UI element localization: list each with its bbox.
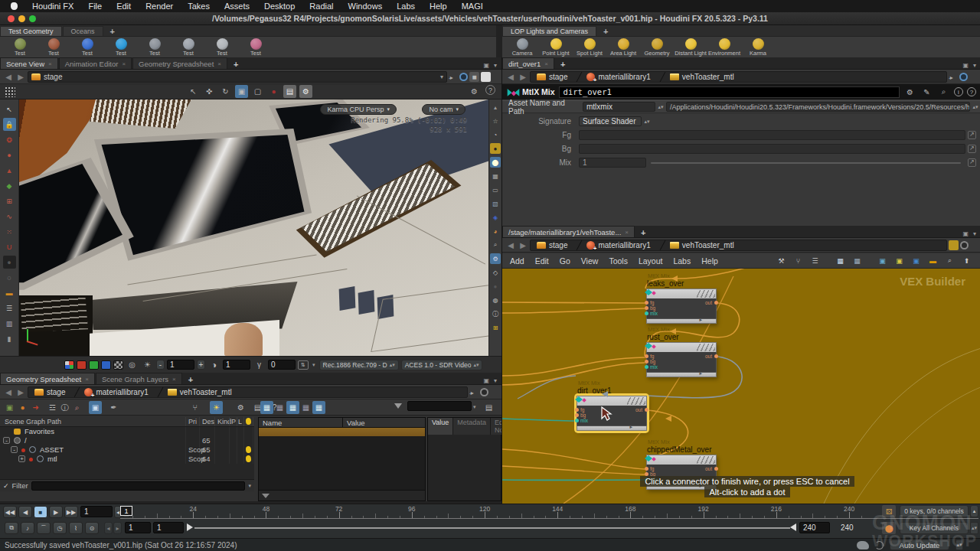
- asset-name-spinner[interactable]: ▴▾: [655, 105, 666, 109]
- menu-item-assets[interactable]: Assets: [224, 2, 250, 11]
- link-circle-icon[interactable]: [459, 73, 468, 81]
- stop-button[interactable]: ■: [34, 506, 47, 518]
- pin-icon[interactable]: [469, 388, 479, 396]
- pane-tab-geometry-spreadsheet[interactable]: Geometry Spreadsheet×: [0, 373, 95, 384]
- auto-update-spinner[interactable]: ▴▾: [956, 540, 963, 550]
- gamma-icon[interactable]: γ: [253, 358, 266, 371]
- node-name-field[interactable]: dirt_over1: [559, 86, 900, 98]
- mix-input[interactable]: 1: [579, 158, 646, 168]
- net-find-icon[interactable]: ⌕: [943, 254, 956, 267]
- paint-icon[interactable]: ◕: [490, 226, 501, 236]
- input-dot-fg[interactable]: [575, 408, 579, 412]
- filter-input[interactable]: [31, 481, 246, 491]
- snap-point-icon[interactable]: ⁙: [3, 225, 16, 238]
- arc-icon[interactable]: ⌒: [37, 522, 51, 534]
- shelf-tab-test-geometry[interactable]: Test Geometry: [0, 26, 62, 36]
- view-sphere-icon[interactable]: ●: [3, 256, 16, 269]
- snap-grid-icon[interactable]: ⊞: [3, 194, 16, 207]
- network-snapshot-icon[interactable]: [949, 240, 959, 250]
- filter-dropdown-icon[interactable]: ▾: [473, 404, 476, 410]
- flame-icon[interactable]: [246, 455, 252, 463]
- network-canvas[interactable]: VEX Builder MtlX Mixleaks_overfgbgmixout…: [502, 269, 980, 504]
- breadcrumb-materiallibrary1[interactable]: materiallibrary1: [81, 388, 151, 396]
- minimize-window-button[interactable]: [18, 15, 25, 22]
- breadcrumb-vehToaster_mtl[interactable]: vehToaster_mtl: [165, 388, 235, 396]
- brain-icon[interactable]: [857, 541, 869, 549]
- asset-path-field[interactable]: /Applications/Houdini/Houdini20.5.323/Fr…: [666, 102, 970, 112]
- shelf-add-tab-button[interactable]: +: [104, 27, 121, 36]
- pane-tab--stage-materiallibrary1-vehtoaste-[interactable]: /stage/materiallibrary1/vehToaste...×: [502, 226, 635, 237]
- brightness-field[interactable]: 1: [167, 360, 194, 370]
- mix-slider[interactable]: [651, 162, 961, 164]
- ocio-display-dropdown[interactable]: Rec.1886 Rec.709 - D▴▾: [319, 360, 399, 370]
- range-start-field[interactable]: 1: [125, 522, 151, 533]
- net-menu-tools[interactable]: Tools: [609, 256, 628, 266]
- vp-render-gear-icon[interactable]: ⚙: [299, 85, 312, 98]
- gear2-icon[interactable]: ⚙: [490, 253, 501, 264]
- param-gear-icon[interactable]: ⚙: [903, 86, 916, 99]
- param-info-icon[interactable]: i: [954, 87, 963, 96]
- pin-icon[interactable]: [949, 73, 958, 80]
- key-all-icon[interactable]: ⬤: [882, 522, 896, 534]
- tree-row-mtl[interactable]: +mtlScop64: [0, 455, 254, 464]
- geo-sun-icon[interactable]: ☀: [210, 401, 223, 414]
- net-note-icon[interactable]: ▣: [893, 254, 906, 267]
- keys-expand-button[interactable]: ▴: [970, 505, 978, 517]
- vp-white-cam-icon[interactable]: ▤: [283, 85, 296, 98]
- net-menu-help[interactable]: Help: [701, 256, 718, 266]
- grid-yellow-icon[interactable]: ⊞: [490, 322, 501, 333]
- back-icon[interactable]: ◀: [505, 73, 516, 81]
- playback-start-field[interactable]: 1: [153, 522, 184, 533]
- apple-menu-icon[interactable]: [11, 2, 18, 10]
- brightness-plus-button[interactable]: +: [197, 360, 205, 370]
- input-dot-fg[interactable]: [645, 301, 648, 305]
- forward-icon[interactable]: ▶: [15, 73, 26, 81]
- toast-icon[interactable]: ▬: [3, 286, 16, 299]
- net-list-icon[interactable]: ☰: [808, 254, 822, 267]
- param-brush-icon[interactable]: ✎: [920, 86, 933, 99]
- display-rgba-icon[interactable]: [64, 360, 74, 370]
- window-titlebar[interactable]: /Volumes/Pegasus32 R4/Projects/gnomonSol…: [0, 12, 980, 25]
- collapse-icon[interactable]: -: [11, 446, 18, 453]
- expand-icon[interactable]: ▴: [490, 102, 501, 112]
- net-grid1-icon[interactable]: ▦: [834, 254, 847, 267]
- select-arrow-icon[interactable]: ↖: [3, 103, 16, 116]
- add-pane-tab-button[interactable]: +: [635, 228, 651, 237]
- output-dot[interactable]: [645, 408, 648, 412]
- net-imgplus-icon[interactable]: ▣: [910, 254, 923, 267]
- tree-row-ASSET[interactable]: -ASSETScop65: [0, 445, 254, 455]
- net-img-icon[interactable]: ▣: [876, 254, 889, 267]
- view-ring-icon[interactable]: ◌: [3, 271, 16, 284]
- axis-icon[interactable]: ◆: [3, 179, 16, 192]
- column-value[interactable]: Value: [343, 418, 369, 427]
- input-dot-bg[interactable]: [645, 306, 648, 310]
- range-end-field[interactable]: 240: [799, 522, 830, 533]
- key-all-spinner[interactable]: ▴▾: [970, 522, 978, 534]
- menu-item-houdini-fx[interactable]: Houdini FX: [32, 2, 74, 11]
- back-icon[interactable]: ◀: [3, 73, 14, 81]
- collapse-icon[interactable]: -: [3, 437, 10, 444]
- column-name[interactable]: Name: [259, 418, 343, 427]
- pose-icon[interactable]: ●: [3, 148, 16, 161]
- keys-icon[interactable]: ⚄: [882, 505, 896, 517]
- clock-icon[interactable]: ◷: [53, 522, 67, 534]
- breadcrumb-materiallibrary1[interactable]: materiallibrary1: [583, 73, 653, 81]
- pane-maximize-icon[interactable]: ▣: [962, 230, 969, 237]
- net-wrench-icon[interactable]: ⚒: [775, 254, 788, 267]
- gamma-field[interactable]: 0: [268, 360, 296, 370]
- output-dot[interactable]: [714, 354, 718, 358]
- net-box-icon[interactable]: ▬: [926, 254, 939, 267]
- filter-dropdown-icon[interactable]: ▾: [248, 483, 251, 489]
- grid-menu-icon[interactable]: [5, 86, 15, 97]
- scene-path-field[interactable]: stage ▾: [28, 71, 447, 83]
- net-tree-icon[interactable]: ⑂: [792, 254, 805, 267]
- camera-pill[interactable]: No cam▾: [422, 104, 466, 115]
- range-slider-right-handle[interactable]: [790, 523, 796, 531]
- net-up-icon[interactable]: ⬆: [960, 254, 973, 267]
- breadcrumb-vehToaster_mtl[interactable]: vehToaster_mtl: [667, 73, 737, 81]
- input-dot-fg[interactable]: [645, 354, 648, 358]
- display-blue-icon[interactable]: [101, 360, 111, 370]
- display-brightness-icon[interactable]: ☀: [141, 358, 154, 371]
- notes-icon[interactable]: ☰: [3, 302, 16, 315]
- pane-tab-scene-graph-layers[interactable]: Scene Graph Layers×: [96, 373, 182, 384]
